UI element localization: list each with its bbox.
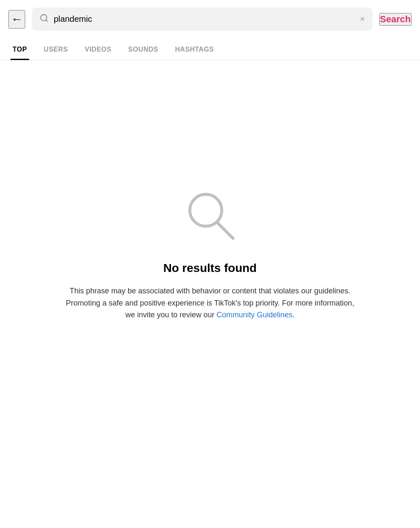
main-content: No results found This phrase may be asso… xyxy=(0,60,420,438)
description-text-part1: This phrase may be associated with behav… xyxy=(66,287,354,319)
tab-videos[interactable]: VIDEOS xyxy=(76,38,120,60)
description-text-part2: . xyxy=(293,311,295,319)
search-icon xyxy=(39,13,49,25)
clear-icon[interactable]: × xyxy=(360,14,365,24)
search-input[interactable] xyxy=(54,14,355,24)
tab-top[interactable]: TOP xyxy=(4,38,35,60)
tab-hashtags[interactable]: HASHTAGS xyxy=(167,38,223,60)
tab-sounds[interactable]: SOUNDS xyxy=(120,38,166,60)
no-results-title: No results found xyxy=(163,261,257,275)
back-button[interactable]: ← xyxy=(8,10,25,29)
svg-line-1 xyxy=(46,20,47,21)
header: ← × Search xyxy=(0,0,420,38)
svg-point-2 xyxy=(190,194,222,226)
community-guidelines-link[interactable]: Community Guidelines xyxy=(217,311,293,319)
tab-users[interactable]: USERS xyxy=(35,38,76,60)
tabs-nav: TOP USERS VIDEOS SOUNDS HASHTAGS xyxy=(0,38,420,60)
empty-state-icon xyxy=(181,186,239,246)
search-bar: × xyxy=(32,8,373,31)
svg-line-3 xyxy=(218,223,233,238)
search-button[interactable]: Search xyxy=(379,13,412,26)
no-results-description: This phrase may be associated with behav… xyxy=(63,285,357,321)
